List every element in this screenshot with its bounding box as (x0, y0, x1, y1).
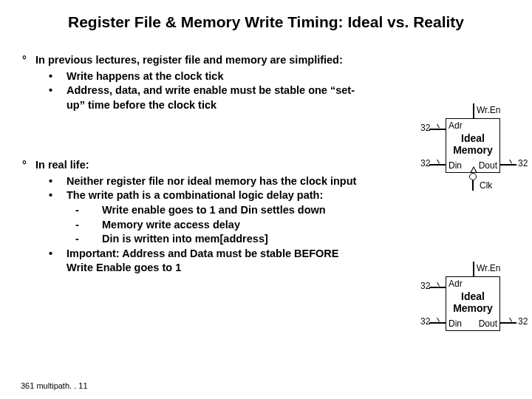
slide-title: Register File & Memory Write Timing: Ide… (0, 0, 532, 31)
slide-number: 361 multipath. . 11 (21, 381, 88, 390)
sub-sub-bullet: -Din is written into mem[address] (89, 232, 368, 247)
bullet-main-1: °In previous lectures, register file and… (22, 53, 510, 68)
sub-bullet: •Neither register file nor ideal memory … (58, 174, 362, 189)
sub-sub-bullet: -Write enable goes to 1 and Din settles … (89, 203, 368, 218)
sub-bullet: •The write path is a combinational logic… (58, 188, 362, 203)
sub-bullet: •Address, data, and write enable must be… (58, 83, 362, 112)
sub-sub-bullet: -Memory write access delay (89, 218, 368, 233)
sub-bullet: •Important: Address and Data must be sta… (58, 247, 362, 276)
sub-bullet: •Write happens at the clock tick (58, 69, 362, 84)
